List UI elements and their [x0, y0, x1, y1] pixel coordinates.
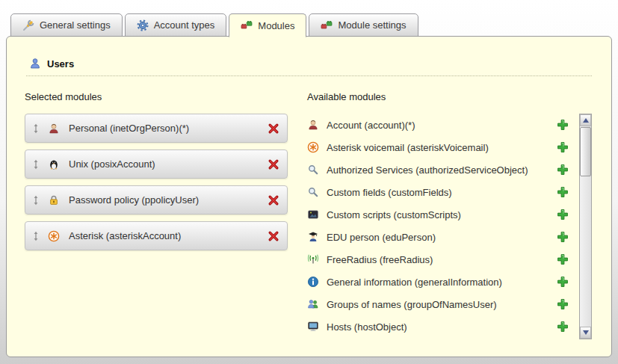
available-module-label: Authorized Services (authorizedServiceOb… [327, 164, 557, 176]
tab-label: General settings [40, 19, 111, 31]
selected-module-row: Asterisk (asteriskAccount) [25, 221, 288, 250]
lock-icon [48, 194, 60, 206]
available-module-row: Custom scripts (customScripts) [307, 203, 575, 226]
add-icon[interactable] [557, 231, 569, 243]
add-icon[interactable] [557, 164, 569, 176]
modules-icon [241, 19, 253, 31]
magnifier-icon [307, 164, 319, 176]
scroll-up-button[interactable] [580, 114, 591, 126]
add-icon[interactable] [557, 209, 569, 220]
available-module-label: Custom scripts (customScripts) [327, 209, 557, 220]
tux-icon [48, 158, 60, 170]
tab-label: Module settings [338, 19, 406, 31]
selected-module-row: Password policy (ppolicyUser) [25, 185, 288, 215]
group-icon [307, 298, 319, 310]
selected-modules-list: Personal (inetOrgPerson)(*) Unix (posixA… [25, 114, 288, 250]
scrollbar-track[interactable] [580, 177, 591, 327]
drag-handle-icon[interactable] [31, 231, 40, 241]
add-icon[interactable] [557, 186, 569, 198]
selected-module-row: Unix (posixAccount) [25, 149, 288, 179]
selected-module-label: Unix (posixAccount) [69, 158, 268, 170]
available-module-row: General information (generalInformation) [307, 271, 575, 293]
add-icon[interactable] [557, 298, 569, 310]
available-module-row: Hosts (hostObject) [307, 315, 575, 338]
selected-module-label: Personal (inetOrgPerson)(*) [69, 123, 268, 134]
tab-bar: General settings Account types Modules M… [10, 13, 612, 37]
available-modules-column: Available modules Account (account)(*) A… [307, 91, 592, 339]
drag-handle-icon[interactable] [31, 123, 40, 134]
arrow-up-icon [583, 118, 589, 123]
available-module-row: Asterisk voicemail (asteriskVoicemail) [307, 136, 575, 158]
available-module-label: Groups of names (groupOfNamesUser) [327, 299, 557, 310]
selected-modules-title: Selected modules [25, 91, 288, 102]
tab-label: Account types [154, 19, 215, 31]
available-module-row: Account (account)(*) [307, 114, 575, 136]
computer-icon [307, 321, 319, 333]
add-icon[interactable] [557, 141, 569, 153]
available-module-label: Hosts (hostObject) [327, 321, 557, 333]
section-title: Users [47, 58, 74, 70]
picture-icon [307, 209, 319, 220]
delete-icon[interactable] [268, 230, 279, 242]
available-module-label: Account (account)(*) [327, 120, 557, 131]
graduate-icon [307, 231, 319, 243]
lam-configuration-page: General settings Account types Modules M… [0, 0, 618, 364]
delete-icon[interactable] [268, 194, 279, 206]
modules-panel: Users Selected modules Personal (inetOrg… [6, 36, 612, 357]
info-icon [307, 276, 319, 288]
scroll-down-button[interactable] [580, 327, 591, 339]
available-modules-title: Available modules [307, 91, 592, 102]
delete-icon[interactable] [268, 158, 279, 170]
available-module-label: FreeRadius (freeRadius) [327, 254, 557, 265]
available-module-label: Custom fields (customFields) [327, 187, 557, 198]
tab-modules[interactable]: Modules [229, 13, 306, 37]
selected-modules-column: Selected modules Personal (inetOrgPerson… [25, 91, 288, 339]
person-icon [48, 123, 60, 135]
asterisk-icon [48, 230, 60, 242]
antenna-icon [307, 253, 319, 265]
tools-icon [22, 19, 34, 31]
person-icon [307, 119, 319, 131]
add-icon[interactable] [557, 276, 569, 288]
available-modules-list: Account (account)(*) Asterisk voicemail … [307, 114, 575, 338]
drag-handle-icon[interactable] [31, 159, 40, 170]
magnifier-icon [307, 186, 319, 198]
tab-general-settings[interactable]: General settings [10, 13, 123, 37]
modules-icon [321, 19, 333, 31]
tab-module-settings[interactable]: Module settings [309, 13, 418, 37]
available-module-row: Groups of names (groupOfNamesUser) [307, 293, 575, 315]
module-columns: Selected modules Personal (inetOrgPerson… [25, 91, 592, 339]
delete-icon[interactable] [268, 123, 279, 135]
scrollbar[interactable] [579, 114, 592, 339]
available-module-label: Asterisk voicemail (asteriskVoicemail) [327, 142, 557, 153]
drag-handle-icon[interactable] [31, 195, 40, 206]
add-icon[interactable] [557, 321, 569, 333]
available-module-row: Authorized Services (authorizedServiceOb… [307, 158, 575, 181]
users-section-header: Users [26, 58, 592, 76]
add-icon[interactable] [557, 119, 569, 131]
available-module-label: General information (generalInformation) [327, 277, 557, 288]
selected-module-row: Personal (inetOrgPerson)(*) [25, 114, 288, 143]
gear-icon [137, 19, 149, 31]
tab-account-types[interactable]: Account types [125, 13, 227, 37]
asterisk-icon [307, 141, 319, 153]
tab-label: Modules [258, 20, 294, 31]
arrow-down-icon [583, 330, 589, 335]
user-icon [29, 58, 41, 70]
available-module-row: FreeRadius (freeRadius) [307, 248, 575, 271]
selected-module-label: Password policy (ppolicyUser) [69, 194, 268, 206]
scrollbar-thumb[interactable] [580, 127, 591, 176]
selected-module-label: Asterisk (asteriskAccount) [69, 230, 268, 241]
add-icon[interactable] [557, 253, 569, 265]
available-module-label: EDU person (eduPerson) [327, 232, 557, 243]
available-module-row: Custom fields (customFields) [307, 181, 575, 203]
available-module-row: EDU person (eduPerson) [307, 226, 575, 248]
